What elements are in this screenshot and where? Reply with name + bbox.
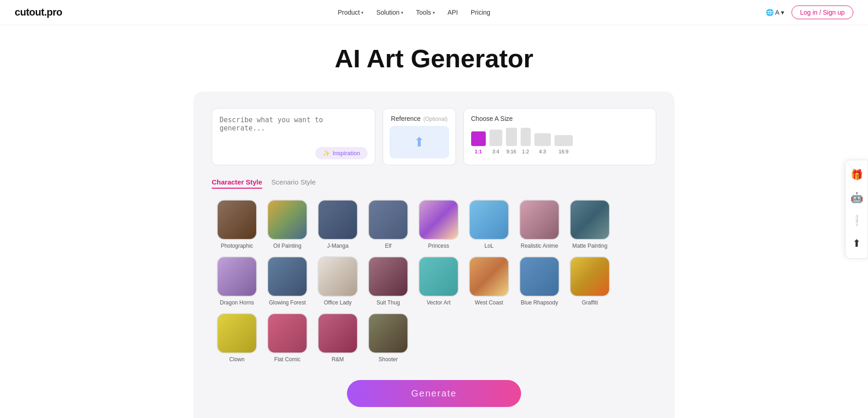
login-button[interactable]: Log in / Sign up xyxy=(791,5,853,19)
style-name-label: Flat Comic xyxy=(274,356,300,363)
style-grid: PhotographicOil PaintingJ-MangaElfPrince… xyxy=(212,196,656,366)
style-item-matte-painting[interactable]: Matte Painting xyxy=(565,196,615,253)
style-image-placeholder xyxy=(369,314,407,353)
size-title: Choose A Size xyxy=(471,115,648,122)
style-item-glowing-forest[interactable]: Glowing Forest xyxy=(262,253,313,309)
style-item-r&m[interactable]: R&M xyxy=(313,309,363,366)
style-image-placeholder xyxy=(319,201,357,239)
sidebar-robot-button[interactable]: 🤖 xyxy=(846,187,868,209)
language-selector[interactable]: 🌐 A ▾ xyxy=(766,9,784,16)
style-item-flat-comic[interactable]: Flat Comic xyxy=(262,309,313,366)
style-item-west-coast[interactable]: West Coast xyxy=(464,253,514,309)
nav-pricing[interactable]: Pricing xyxy=(471,9,490,16)
magic-icon: ✨ xyxy=(323,150,330,157)
style-image-placeholder xyxy=(268,314,307,353)
style-image-placeholder xyxy=(218,201,256,239)
style-image-placeholder xyxy=(268,257,307,296)
style-name-label: Oil Painting xyxy=(273,243,301,249)
nav: Product ▾ Solution ▾ Tools ▾ API Pricing xyxy=(338,9,490,16)
nav-tools[interactable]: Tools ▾ xyxy=(416,9,435,16)
style-item-photographic[interactable]: Photographic xyxy=(212,196,262,253)
page-title: AI Art Generator xyxy=(335,43,533,73)
style-item-clown[interactable]: Clown xyxy=(212,309,262,366)
style-item-dragon-horns[interactable]: Dragon Horns xyxy=(212,253,262,309)
main: AI Art Generator ✨ Inspiration Reference… xyxy=(0,25,868,418)
header: cutout.pro Product ▾ Solution ▾ Tools ▾ … xyxy=(0,0,868,25)
size-option-16-9[interactable]: 16:9 xyxy=(555,135,573,154)
style-image-placeholder xyxy=(218,257,256,296)
style-name-label: Realistic Anime xyxy=(521,243,558,249)
style-item-blue-rhapsody[interactable]: Blue Rhapsody xyxy=(514,253,565,309)
style-image-wrap xyxy=(217,200,257,240)
style-name-label: Matte Painting xyxy=(572,243,608,249)
style-image-wrap xyxy=(469,256,509,297)
style-item-office-lady[interactable]: Office Lady xyxy=(313,253,363,309)
size-option-1-2[interactable]: 1:2 xyxy=(521,128,531,154)
style-image-wrap xyxy=(267,256,308,297)
sidebar-upload-button[interactable]: ⬆ xyxy=(846,233,868,255)
style-name-label: Glowing Forest xyxy=(269,299,306,306)
size-option-4-3[interactable]: 4:3 xyxy=(534,133,551,154)
style-image-placeholder xyxy=(319,257,357,296)
style-name-label: Suit Thug xyxy=(376,299,400,306)
style-image-wrap xyxy=(318,256,358,297)
tab-scenario-style[interactable]: Scenario Style xyxy=(271,178,316,189)
size-options: 1:13:49:161:24:316:9 xyxy=(471,128,648,154)
prompt-input[interactable] xyxy=(220,116,368,143)
style-item-j-manga[interactable]: J-Manga xyxy=(313,196,363,253)
style-item-elf[interactable]: Elf xyxy=(363,196,413,253)
style-name-label: Office Lady xyxy=(324,299,352,306)
style-name-label: West Coast xyxy=(475,299,503,306)
size-option-1-1[interactable]: 1:1 xyxy=(471,131,486,154)
generator-card: ✨ Inspiration Reference (Optional) ⬆ Cho… xyxy=(193,92,675,418)
generate-button[interactable]: Generate xyxy=(347,380,521,407)
sidebar-tools: 🎁 🤖 ❕ ⬆ xyxy=(845,160,868,259)
nav-solution[interactable]: Solution ▾ xyxy=(376,9,403,16)
style-item-graffiti[interactable]: Graffiti xyxy=(565,253,615,309)
style-image-wrap xyxy=(418,200,459,240)
style-image-placeholder xyxy=(419,257,458,296)
reference-upload-area[interactable]: ⬆ xyxy=(390,126,449,158)
style-name-label: Dragon Horns xyxy=(220,299,254,306)
sidebar-gift-button[interactable]: 🎁 xyxy=(846,164,868,186)
nav-api[interactable]: API xyxy=(448,9,458,16)
style-image-wrap xyxy=(368,200,408,240)
style-item-realistic-anime[interactable]: Realistic Anime xyxy=(514,196,565,253)
style-image-wrap xyxy=(418,256,459,297)
top-row: ✨ Inspiration Reference (Optional) ⬆ Cho… xyxy=(212,108,656,165)
style-image-wrap xyxy=(519,200,560,240)
style-image-placeholder xyxy=(419,201,458,239)
nav-product[interactable]: Product ▾ xyxy=(338,9,363,16)
style-item-lol[interactable]: LoL xyxy=(464,196,514,253)
style-name-label: Princess xyxy=(428,243,449,249)
style-name-label: Graffiti xyxy=(582,299,598,306)
style-image-placeholder xyxy=(520,257,559,296)
style-image-placeholder xyxy=(571,201,609,239)
sidebar-alert-button[interactable]: ❕ xyxy=(846,210,868,232)
style-image-wrap xyxy=(217,313,257,353)
size-option-3-4[interactable]: 3:4 xyxy=(489,130,502,154)
style-name-label: LoL xyxy=(484,243,494,249)
style-image-wrap xyxy=(570,200,610,240)
style-item-oil-painting[interactable]: Oil Painting xyxy=(262,196,313,253)
style-tabs: Character Style Scenario Style xyxy=(212,178,656,189)
style-item-vector-art[interactable]: Vector Art xyxy=(413,253,464,309)
size-option-9-16[interactable]: 9:16 xyxy=(506,128,517,154)
style-name-label: Vector Art xyxy=(427,299,450,306)
style-item-princess[interactable]: Princess xyxy=(413,196,464,253)
style-image-placeholder xyxy=(520,201,559,239)
style-image-wrap xyxy=(570,256,610,297)
reference-label: Reference xyxy=(391,115,421,122)
logo[interactable]: cutout.pro xyxy=(15,6,62,18)
style-image-wrap xyxy=(368,313,408,353)
style-item-suit-thug[interactable]: Suit Thug xyxy=(363,253,413,309)
style-name-label: Shooter xyxy=(379,356,398,363)
header-right: 🌐 A ▾ Log in / Sign up xyxy=(766,5,853,19)
style-name-label: J-Manga xyxy=(327,243,349,249)
tab-character-style[interactable]: Character Style xyxy=(212,178,262,189)
style-item-shooter[interactable]: Shooter xyxy=(363,309,413,366)
style-image-placeholder xyxy=(268,201,307,239)
style-image-wrap xyxy=(519,256,560,297)
size-box: Choose A Size 1:13:49:161:24:316:9 xyxy=(463,108,656,165)
inspiration-button[interactable]: ✨ Inspiration xyxy=(315,147,368,159)
